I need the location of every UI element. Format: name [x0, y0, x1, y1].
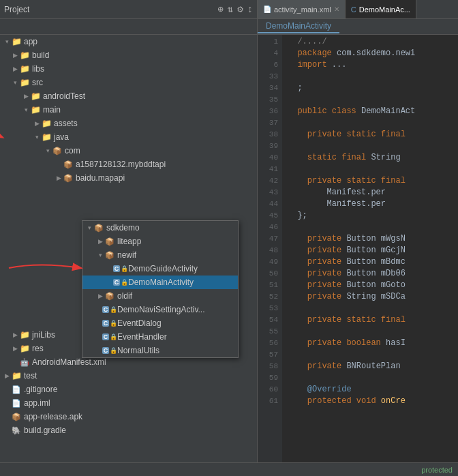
label-sdkdemo: sdkdemo: [106, 223, 140, 233]
label-a1587: a1587128132.mybddtapi: [76, 160, 166, 169]
tree-item-sdkdemo[interactable]: ▾ 📦 sdkdemo: [82, 221, 238, 235]
tab-activity-main-xml[interactable]: 📄 activity_main.xml ✕: [258, 0, 346, 18]
arrow-assets: ▶: [33, 120, 41, 127]
code-line-47: private Button mWgsN: [288, 233, 453, 245]
code-line-4: package com.sdkdemo.newi: [288, 48, 453, 59]
package-icon-com: 📦: [52, 145, 63, 156]
tree-item-app[interactable]: ▾ 📁 app: [0, 35, 257, 48]
label-gitignore: .gitignore: [24, 385, 57, 394]
bottom-bar: protected: [0, 462, 458, 476]
label-test: test: [24, 371, 37, 381]
class-icon-demoguide: C 🔒: [115, 263, 126, 274]
code-line-44: Manifest.per: [288, 198, 453, 210]
code-line-60: @Override: [288, 384, 453, 396]
editor-tabs: 📄 activity_main.xml ✕ C DemoMainAc...: [258, 0, 458, 18]
tree-item-oldif[interactable]: ▶ 📦 oldif: [82, 289, 238, 303]
class-icon-eventhandler: C 🔒: [104, 331, 115, 342]
folder-icon-main: 📁: [30, 104, 41, 115]
tree-item-demonavi[interactable]: C 🔒 DemoNaviSettingActiv...: [82, 303, 238, 316]
label-newif: newif: [117, 250, 136, 260]
label-apk: app-release.apk: [24, 412, 82, 421]
tree-item-build[interactable]: ▶ 📁 build: [0, 48, 257, 62]
tree-item-demoguide[interactable]: C 🔒 DemoGuideActivity: [82, 262, 238, 276]
tree-item-com[interactable]: ▾ 📦 com: [0, 144, 257, 158]
class-icon-demonavi: C 🔒: [104, 304, 115, 315]
editor-content: 1 4 6 33 34 35 36 37 38 39 40 41 42 43 4…: [258, 35, 458, 462]
tree-item-main[interactable]: ▾ 📁 main: [0, 103, 257, 117]
package-icon-sdkdemo: 📦: [93, 222, 104, 233]
tree-item-src[interactable]: ▾ 📁 src: [0, 76, 257, 89]
project-panel-header: Project ⊕ ⇅ ⚙ ↕: [0, 0, 258, 18]
package-icon-baidu: 📦: [63, 173, 74, 183]
folder-icon-androidtest: 📁: [30, 91, 41, 102]
tree-item-libs[interactable]: ▶ 📁 libs: [0, 62, 257, 76]
label-src: src: [32, 78, 43, 87]
tree-item-normalutils[interactable]: C 🔒 NormalUtils: [82, 344, 238, 357]
arrow-liteapp: ▶: [96, 238, 104, 245]
code-line-1: /..../: [288, 36, 453, 48]
code-line-45: };: [288, 210, 453, 222]
tree-item-gitignore[interactable]: 📄 .gitignore: [0, 383, 257, 396]
tree-item-assets[interactable]: ▶ 📁 assets: [0, 117, 257, 130]
code-line-51: private Button mGoto: [288, 280, 453, 291]
package-icon-liteapp: 📦: [104, 236, 115, 247]
expand-icon[interactable]: ↕: [247, 4, 253, 15]
tree-item-newif[interactable]: ▾ 📦 newif: [82, 248, 238, 262]
package-icon-a1587: 📦: [63, 159, 74, 170]
package-icon-oldif: 📦: [104, 291, 115, 301]
arrow-libs: ▶: [11, 65, 19, 72]
tree-item-java[interactable]: ▾ 📁 java: [0, 130, 257, 144]
code-line-52: private String mSDCa: [288, 291, 453, 303]
code-line-59: [288, 372, 453, 384]
code-line-57: [288, 349, 453, 361]
arrow-build: ▶: [11, 52, 19, 59]
tree-item-liteapp[interactable]: ▶ 📦 liteapp: [82, 235, 238, 248]
arrow-res: ▶: [11, 345, 19, 352]
package-icon-newif: 📦: [104, 250, 115, 261]
label-jnilibs: jniLibs: [32, 330, 55, 340]
label-androidtest: androidTest: [43, 91, 85, 101]
label-java: java: [54, 132, 69, 142]
arrow-sdkdemo: ▾: [85, 224, 93, 231]
label-gradle: build.gradle: [24, 426, 66, 435]
class-icon-demomain: C 🔒: [115, 277, 126, 288]
code-line-34: ;: [288, 83, 453, 94]
folder-icon-build: 📁: [19, 50, 30, 61]
tab-xml-close[interactable]: ✕: [334, 5, 339, 13]
apk-icon: 📦: [11, 411, 22, 422]
sort-icon[interactable]: ⇅: [228, 3, 233, 15]
arrow-oldif: ▶: [96, 293, 104, 299]
folder-icon-libs: 📁: [19, 63, 30, 74]
arrow-java: ▾: [33, 134, 41, 140]
code-line-54: private static final: [288, 314, 453, 326]
tree-item-appiml[interactable]: 📄 app.iml: [0, 396, 257, 410]
code-line-61: protected void onCre: [288, 396, 453, 407]
tree-item-eventdialog[interactable]: C 🔒 EventDialog: [82, 316, 238, 330]
label-build: build: [32, 50, 49, 60]
code-area[interactable]: /..../ package com.sdkdemo.newi import .…: [282, 35, 458, 462]
tree-item-apk[interactable]: 📦 app-release.apk: [0, 410, 257, 423]
code-line-58: private BNRoutePlan: [288, 361, 453, 372]
main-content: ▾ 📁 app ▶ 📁 build ▶ 📁 libs ▾ 📁 src ▶ 📁 a…: [0, 35, 458, 462]
label-demoguide: DemoGuideActivity: [128, 264, 198, 273]
iml-icon: 📄: [11, 398, 22, 408]
tree-item-androidtest[interactable]: ▶ 📁 androidTest: [0, 89, 257, 103]
add-icon[interactable]: ⊕: [217, 3, 223, 15]
code-line-38: private static final: [288, 129, 453, 140]
tree-item-eventhandler[interactable]: C 🔒 EventHandler: [82, 330, 238, 344]
class-icon-eventdialog: C 🔒: [104, 318, 115, 329]
code-line-49: private Button mBdmc: [288, 256, 453, 268]
code-line-42: private static final: [288, 175, 453, 187]
tree-item-demomain[interactable]: C 🔒 DemoMainActivity: [82, 276, 238, 289]
tree-item-a1587[interactable]: 📦 a1587128132.mybddtapi: [0, 158, 257, 171]
code-line-35: [288, 94, 453, 106]
tab-demo-main-activity[interactable]: C DemoMainAc...: [346, 0, 416, 18]
tree-item-baidu[interactable]: ▶ 📦 baidu.mapapi: [0, 171, 257, 185]
label-appiml: app.iml: [24, 398, 50, 408]
gear-icon[interactable]: ⚙: [237, 3, 243, 15]
tree-item-gradle[interactable]: 🐘 build.gradle: [0, 423, 257, 437]
label-res: res: [32, 344, 44, 353]
tree-item-test[interactable]: ▶ 📁 test: [0, 369, 257, 383]
code-line-37: [288, 117, 453, 129]
folder-icon-assets: 📁: [41, 118, 52, 129]
